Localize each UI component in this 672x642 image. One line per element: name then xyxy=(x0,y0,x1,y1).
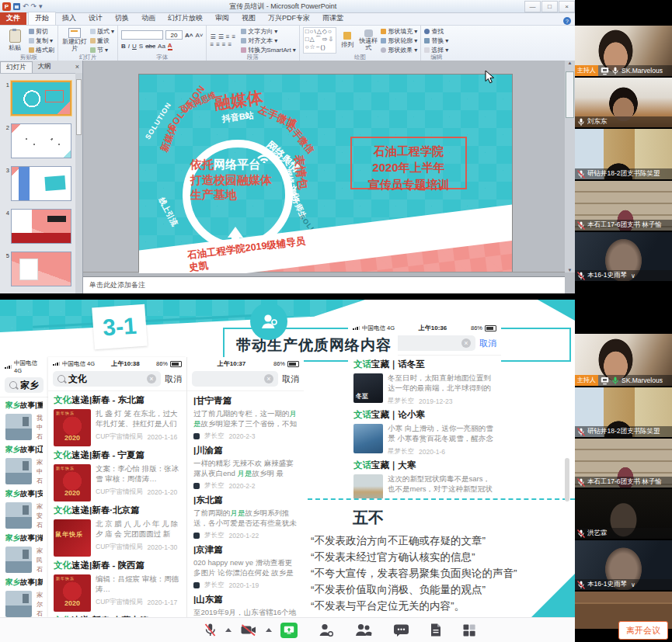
smartart-button[interactable]: 转换为SmartArt▾ xyxy=(241,46,296,54)
slide-thumbnail-5[interactable]: 5 xyxy=(0,252,82,286)
indent-button[interactable]: ≡ xyxy=(226,33,230,40)
share-screen-button[interactable] xyxy=(280,623,298,638)
panel-scrollbar[interactable] xyxy=(75,73,82,293)
participant-video[interactable]: 研钻井18-2团支书陈笑盟 xyxy=(575,387,672,437)
slide-thumbnail-image[interactable] xyxy=(11,166,71,201)
mic-options-caret[interactable] xyxy=(225,628,232,632)
tab-slides[interactable]: 幻灯片 xyxy=(0,61,33,73)
ribbon-tab-3[interactable]: 设计 xyxy=(82,12,109,25)
bold-button[interactable]: B xyxy=(121,43,126,50)
format-painter-button[interactable]: 格式刷 xyxy=(29,46,54,54)
ribbon-tab-1[interactable]: 开始 xyxy=(28,12,56,25)
slide-canvas[interactable]: 融媒体抖音B站左手微博右手微信网络舆情网络文化表情包SOLUTION互联网思维新… xyxy=(139,75,512,273)
participant-video[interactable]: 主持人 SK.Marvelous xyxy=(575,334,672,386)
slide-thumbnail-image[interactable] xyxy=(11,252,71,286)
replace-button[interactable]: 替换▾ xyxy=(424,36,448,45)
align-right-button[interactable]: ≡ xyxy=(222,41,226,48)
ribbon-tab-2[interactable]: 插入 xyxy=(56,12,82,25)
shapes-gallery[interactable]: □○\△◇○ □△⌒⇨⇩ ○☆~() xyxy=(303,27,336,54)
font-name-box[interactable] xyxy=(121,30,163,40)
article-thumbnail xyxy=(5,547,32,573)
shape-fill-button[interactable]: 形状填充▾ xyxy=(381,27,417,36)
participant-video[interactable]: 本石工17-6团支书 林子愉 xyxy=(575,439,672,488)
participant-video[interactable]: 本16-1史雨琴∨ xyxy=(575,232,672,281)
slide-thumbnail-image[interactable] xyxy=(11,81,71,116)
find-button[interactable]: 查找 xyxy=(424,27,448,36)
chevron-down-icon[interactable]: ∨ xyxy=(631,272,635,279)
font-color-button[interactable]: A xyxy=(168,42,172,50)
text-direction-button[interactable]: 文字方向▾ xyxy=(241,27,296,36)
bullets-button[interactable]: ☰ xyxy=(210,33,215,40)
align-left-button[interactable]: ≡ xyxy=(210,41,214,48)
participant-video[interactable]: 本16-1史雨琴∨ xyxy=(575,540,672,590)
align-text-button[interactable]: 对齐文本▾ xyxy=(241,36,296,45)
powerpoint-logo-icon[interactable]: P xyxy=(2,2,11,11)
numbering-button[interactable]: ☰ xyxy=(218,33,224,40)
shrink-font-button[interactable]: A˅ xyxy=(195,32,203,39)
camera-muted-button[interactable] xyxy=(240,623,257,637)
ribbon-tab-4[interactable]: 切换 xyxy=(109,12,135,25)
justify-button[interactable]: ≡ xyxy=(228,41,232,48)
quick-styles-button[interactable]: 快速样式 xyxy=(358,27,378,54)
stage-scrollbar[interactable]: ▲ ▼ xyxy=(565,61,575,272)
undo-icon[interactable]: ↶ xyxy=(23,3,29,10)
participant-video[interactable]: 刘东东 xyxy=(575,78,672,127)
slide-thumbnail-2[interactable]: 2 xyxy=(0,123,82,158)
slide-editor[interactable]: 融媒体抖音B站左手微博右手微信网络舆情网络文化表情包SOLUTION互联网思维新… xyxy=(83,61,575,293)
help-icon[interactable]: ? xyxy=(563,17,571,25)
notes-input[interactable]: 单击此处添加备注 xyxy=(83,276,565,293)
participant-video[interactable]: 洪艺霖 xyxy=(575,489,672,539)
ribbon-tab-0[interactable]: 文件 xyxy=(0,12,26,25)
minimize-button[interactable]: — xyxy=(524,1,541,12)
participants-button[interactable] xyxy=(354,623,373,637)
slide-thumbnail-1[interactable]: 1 xyxy=(0,81,82,116)
ribbon-tab-8[interactable]: 视图 xyxy=(235,12,262,25)
close-button[interactable]: × xyxy=(559,1,575,12)
cut-button[interactable]: 剪切 xyxy=(29,27,54,36)
ribbon-tab-9[interactable]: 万兴PDF专家 xyxy=(262,12,316,25)
participant-video[interactable]: 研钻井18-2团支书陈笑盟 xyxy=(575,129,672,179)
new-slide-button[interactable]: 新建幻灯片 xyxy=(61,27,88,54)
font-size-box[interactable]: 20 xyxy=(165,30,183,40)
maximize-button[interactable]: □ xyxy=(541,1,558,12)
section-button[interactable]: 节▾ xyxy=(90,46,114,54)
participant-video[interactable]: 主持人 SK.Marvelous xyxy=(575,26,672,76)
chat-button[interactable] xyxy=(393,623,409,637)
shape-effects-button[interactable]: 形状效果▾ xyxy=(381,46,417,54)
align-center-button[interactable]: ≡ xyxy=(216,41,220,48)
copy-button[interactable]: 复制▾ xyxy=(29,36,54,45)
strikethrough-button[interactable]: abc xyxy=(145,43,155,50)
participant-video[interactable]: 本石工17-6团支书 林子愉 xyxy=(575,181,672,231)
select-button[interactable]: 选择▾ xyxy=(424,46,448,54)
slide-thumbnail-3[interactable]: 3 xyxy=(0,166,82,201)
underline-button[interactable]: U xyxy=(132,43,137,50)
docs-button[interactable] xyxy=(430,623,442,637)
slide-thumbnail-image[interactable] xyxy=(11,123,71,158)
slide-thumbnail-4[interactable]: 4 xyxy=(0,209,82,244)
shadow-button[interactable]: S xyxy=(139,43,143,50)
layout-button[interactable]: 版式▾ xyxy=(90,27,114,36)
mic-muted-button[interactable] xyxy=(204,623,217,637)
panel-close-icon[interactable]: × xyxy=(75,63,82,71)
apps-button[interactable] xyxy=(462,623,476,637)
save-icon[interactable] xyxy=(13,3,20,10)
shape-outline-button[interactable]: 形状轮廓▾ xyxy=(381,36,417,45)
grow-font-button[interactable]: A˄ xyxy=(185,32,193,39)
chevron-down-icon[interactable]: ∨ xyxy=(631,581,635,588)
arrange-button[interactable]: 排列 xyxy=(339,27,356,54)
leave-meeting-button[interactable]: 离开会议 xyxy=(618,621,668,640)
camera-options-caret[interactable] xyxy=(266,628,272,632)
ribbon-tab-7[interactable]: 审阅 xyxy=(209,12,235,25)
tab-outline[interactable]: 大纲 xyxy=(33,61,57,72)
ribbon-tab-5[interactable]: 动画 xyxy=(135,12,162,25)
ribbon-tab-6[interactable]: 幻灯片放映 xyxy=(162,12,209,25)
slide-thumbnail-image[interactable] xyxy=(11,209,71,244)
ribbon-tab-10[interactable]: 雨课堂 xyxy=(316,12,350,25)
reset-button[interactable]: 重设 xyxy=(90,36,114,45)
invite-button[interactable] xyxy=(318,623,334,637)
line-spacing-button[interactable]: ≡ xyxy=(232,33,236,40)
italic-button[interactable]: I xyxy=(128,43,130,50)
redo-icon[interactable]: ↷ xyxy=(31,3,37,10)
change-case-button[interactable]: Aa xyxy=(158,43,165,50)
paste-button[interactable]: 粘贴 xyxy=(3,27,26,54)
